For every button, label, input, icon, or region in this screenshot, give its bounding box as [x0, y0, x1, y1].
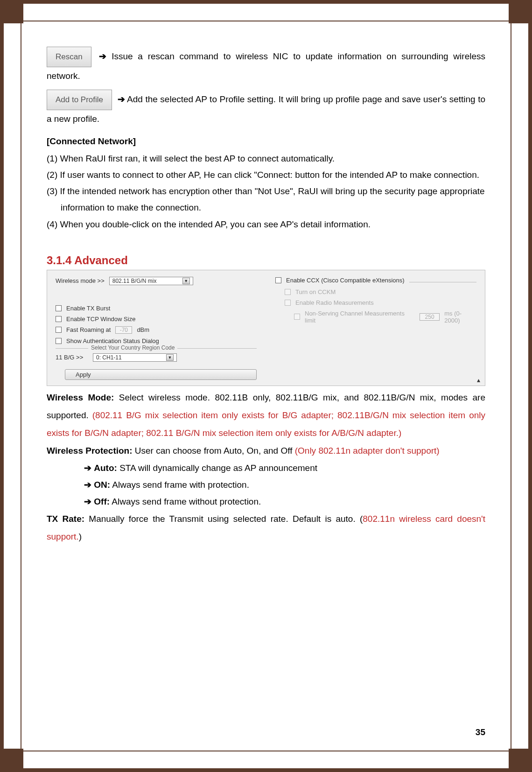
show-auth-label: Show Authentication Status Dialog [66, 337, 159, 344]
wireless-protection-paragraph: Wireless Protection: User can choose fro… [47, 442, 485, 460]
add-to-profile-button[interactable]: Add to Profile [47, 90, 112, 110]
auto-bullet: ➔ Auto: STA will dynamically change as A… [84, 460, 485, 477]
nonserving-unit: ms (0-2000) [444, 310, 476, 324]
wireless-protection-note: (Only 802.11n adapter don't support) [295, 446, 440, 456]
show-auth-row: Show Authentication Status Dialog [56, 337, 257, 344]
addprofile-description: Add the selected AP to Profile setting. … [47, 94, 485, 124]
list-item: (2) If user wants to connect to other AP… [47, 167, 485, 183]
nonserving-input: 250 [420, 313, 440, 321]
list-item: (1) When RaUI first ran, it will select … [47, 150, 485, 167]
apply-button[interactable]: Apply [65, 369, 257, 380]
advanced-left-column: Wireless mode >> 802.11 B/G/N mix ▼ Enab… [56, 277, 257, 380]
arrow-icon: ➔ [84, 480, 91, 490]
off-bullet: ➔ Off: Always send frame without protect… [84, 493, 485, 510]
fast-roaming-unit: dBm [137, 326, 149, 333]
auto-label: Auto: [94, 463, 117, 473]
wireless-protection-text: User can choose from Auto, On, and Off [135, 446, 295, 456]
bg-label: 11 B/G >> [56, 354, 88, 361]
auto-text: STA will dynamically change as AP announ… [119, 463, 317, 473]
enable-ccx-label: Enable CCX (Cisco Compatible eXtensions) [286, 277, 405, 284]
tcp-window-row: Enable TCP Window Size [56, 316, 257, 323]
arrow-icon: ➔ [118, 94, 125, 104]
frame-corner [509, 4, 528, 23]
dropdown-icon: ▼ [166, 354, 174, 361]
list-item: (4) When you double-click on the intende… [47, 216, 485, 232]
rescan-description: Issue a rescan command to wireless NIC t… [47, 51, 485, 81]
wireless-protection-bold: Wireless Protection: [47, 446, 133, 456]
show-auth-checkbox[interactable] [56, 338, 62, 344]
arrow-icon: ➔ [84, 463, 91, 473]
wireless-mode-value: 802.11 B/G/N mix [112, 278, 157, 284]
wireless-mode-bold: Wireless Mode: [47, 393, 114, 402]
turn-on-cckm-checkbox [285, 289, 291, 295]
connected-network-heading: [Connected Network] [47, 136, 485, 147]
country-region-fieldset: Select Your Country Region Code 11 B/G >… [56, 348, 257, 362]
enable-radio-checkbox [285, 300, 291, 306]
enable-ccx-row: Enable CCX (Cisco Compatible eXtensions) [275, 277, 476, 284]
on-label: ON: [94, 480, 110, 490]
dropdown-icon: ▼ [182, 278, 190, 284]
tx-rate-close: ) [79, 532, 82, 541]
fast-roaming-label: Fast Roaming at [66, 326, 111, 333]
wireless-mode-label: Wireless mode >> [56, 277, 105, 284]
nonserving-row: Non-Serving Channel Measurements limit 2… [294, 310, 476, 324]
turn-on-cckm-label: Turn on CCKM [295, 288, 336, 295]
advanced-right-column: Enable CCX (Cisco Compatible eXtensions)… [275, 277, 476, 380]
tx-rate-text: Manually force the Transmit using select… [89, 514, 363, 524]
wireless-mode-paragraph: Wireless Mode: Select wireless mode. 802… [47, 389, 485, 442]
arrow-icon: ➔ [99, 51, 106, 61]
cckm-row: Turn on CCKM [285, 288, 476, 295]
fast-roaming-row: Fast Roaming at -70 dBm [56, 326, 257, 334]
collapse-triangle-icon[interactable]: ▴ [477, 376, 480, 384]
enable-tcp-window-label: Enable TCP Window Size [66, 316, 135, 323]
arrow-icon: ➔ [84, 497, 91, 506]
on-bullet: ➔ ON: Always send frame with protection. [84, 477, 485, 493]
nonserving-checkbox [294, 314, 300, 320]
ccx-separator-line [409, 278, 476, 282]
enable-tx-burst-checkbox[interactable] [56, 305, 62, 311]
addprofile-paragraph: Add to Profile ➔ Add the selected AP to … [47, 90, 485, 128]
enable-tcp-window-checkbox[interactable] [56, 316, 62, 322]
page-content: Rescan ➔ Issue a rescan command to wirel… [47, 47, 485, 725]
list-item: (3) If the intended network has encrypti… [47, 183, 485, 216]
rescan-button[interactable]: Rescan [47, 47, 91, 67]
enable-radio-label: Enable Radio Measurements [295, 299, 374, 306]
tx-rate-paragraph: TX Rate: Manually force the Transmit usi… [47, 510, 485, 546]
wireless-mode-note: (802.11 B/G mix selection item only exis… [47, 410, 485, 438]
tx-rate-bold: TX Rate: [47, 514, 84, 524]
country-region-legend: Select Your Country Region Code [88, 344, 177, 351]
frame-corner [509, 749, 528, 768]
tx-burst-row: Enable TX Burst [56, 305, 257, 312]
enable-tx-burst-label: Enable TX Burst [66, 305, 110, 312]
radio-measurements-row: Enable Radio Measurements [285, 299, 476, 306]
bg-region-value: 0: CH1-11 [96, 354, 122, 361]
wireless-mode-select[interactable]: 802.11 B/G/N mix ▼ [109, 277, 193, 285]
frame-corner [4, 749, 23, 768]
page-number: 35 [476, 727, 485, 737]
bg-region-select[interactable]: 0: CH1-11 ▼ [93, 353, 177, 362]
nonserving-label: Non-Serving Channel Measurements limit [305, 310, 415, 324]
advanced-settings-panel: Wireless mode >> 802.11 B/G/N mix ▼ Enab… [47, 270, 485, 386]
off-text: Always send frame without protection. [112, 497, 261, 506]
enable-ccx-checkbox[interactable] [275, 277, 281, 283]
bg-region-row: 11 B/G >> 0: CH1-11 ▼ [56, 353, 257, 362]
fast-roaming-checkbox[interactable] [56, 327, 62, 333]
off-label: Off: [94, 497, 110, 506]
section-heading-advanced: 3.1.4 Advanced [47, 254, 485, 267]
on-text: Always send frame with protection. [112, 480, 249, 490]
rescan-paragraph: Rescan ➔ Issue a rescan command to wirel… [47, 47, 485, 85]
wireless-mode-row: Wireless mode >> 802.11 B/G/N mix ▼ [56, 277, 257, 285]
fast-roaming-input[interactable]: -70 [115, 326, 132, 334]
